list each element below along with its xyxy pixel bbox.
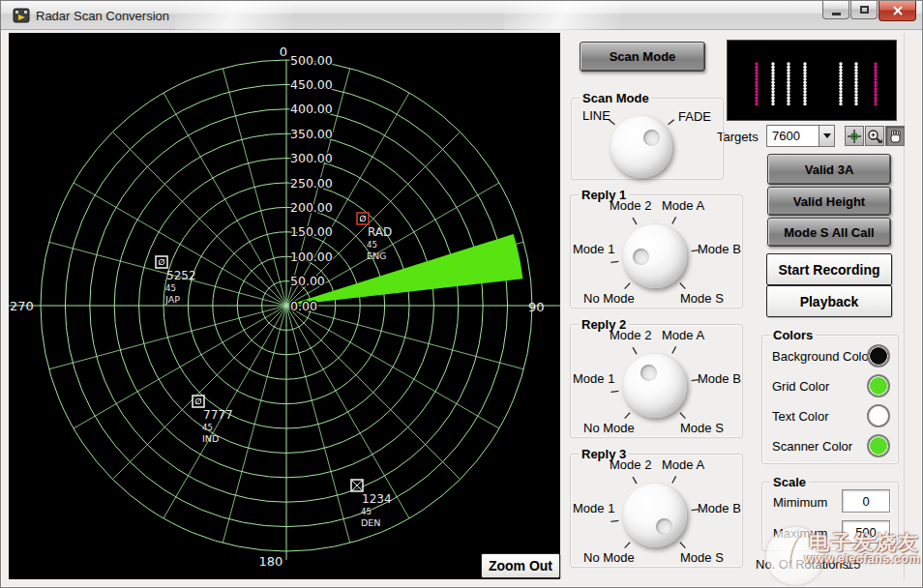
reply2-knob[interactable] <box>623 354 687 418</box>
fade-label: FADE <box>678 109 711 124</box>
modeS-label: Mode S <box>680 421 724 435</box>
zoom-out-button[interactable]: Zoom Out <box>481 553 560 578</box>
watermark-line1: 电子发烧友 <box>787 531 920 553</box>
modeA-label: Mode A <box>662 457 704 472</box>
watermark: 电子发烧友 www.elecfans.com <box>787 531 920 567</box>
app-window: Radar Scan Conversion 0.0050.00100.00150… <box>0 0 923 588</box>
modeB-label: Mode B <box>698 501 741 515</box>
titlebar-gloss <box>504 1 620 30</box>
grid-color-label: Grid Color <box>772 379 829 394</box>
scanner-color-label: Scanner Color <box>772 439 852 454</box>
valid-height-button[interactable]: Valid Height <box>767 187 891 216</box>
grid-color-swatch[interactable] <box>867 374 890 397</box>
svg-text:300.00: 300.00 <box>290 151 333 165</box>
reply3-group: Reply 3 Mode 2 Mode A Mode 1 Mode B No M… <box>570 454 743 568</box>
modeB-label: Mode B <box>698 371 741 386</box>
colors-group-title: Colors <box>770 328 816 342</box>
mode1-label: Mode 1 <box>573 371 614 386</box>
minimize-icon <box>832 13 841 15</box>
colors-group: Colors Background Color Grid Color Text … <box>761 335 899 464</box>
svg-text:400.00: 400.00 <box>290 102 333 116</box>
svg-text:5252: 5252 <box>166 269 196 282</box>
scan-mode-button[interactable]: Scan Mode <box>580 42 705 72</box>
text-color-swatch[interactable] <box>867 404 890 427</box>
svg-text:RAD: RAD <box>368 225 392 239</box>
svg-text:DEN: DEN <box>361 517 380 528</box>
svg-text:45: 45 <box>367 240 377 250</box>
app-icon <box>13 7 30 24</box>
svg-text:100.00: 100.00 <box>290 250 333 264</box>
targets-value: 7600 <box>767 126 819 146</box>
reply3-knob[interactable] <box>623 484 687 547</box>
svg-text:ENG: ENG <box>367 250 386 261</box>
background-color-swatch[interactable] <box>867 344 890 368</box>
close-button[interactable] <box>878 1 916 21</box>
noMode-label: No Mode <box>583 421 635 435</box>
svg-text:0.00: 0.00 <box>290 299 317 313</box>
scan-mode-group: Scan Mode LINE FADE <box>571 98 724 180</box>
noMode-label: No Mode <box>583 291 635 306</box>
svg-text:0: 0 <box>280 44 287 59</box>
mode1-label: Mode 1 <box>573 242 614 256</box>
svg-text:50.00: 50.00 <box>290 274 325 288</box>
modeB-label: Mode B <box>698 242 741 256</box>
knob-indicator <box>640 365 657 381</box>
svg-text:JAP: JAP <box>164 294 180 305</box>
mode2-label: Mode 2 <box>610 328 651 342</box>
radar-plot[interactable]: 0.0050.00100.00150.00200.00250.00300.003… <box>9 33 560 579</box>
start-recording-button[interactable]: Start Recording <box>766 253 892 285</box>
scanner-color-swatch[interactable] <box>867 434 890 457</box>
scan-mode-knob[interactable] <box>610 116 672 178</box>
zoom-tool-button[interactable] <box>865 126 884 146</box>
svg-text:450.00: 450.00 <box>290 77 333 92</box>
svg-text:180: 180 <box>259 554 283 569</box>
maximize-icon <box>860 6 869 14</box>
reply1-group: Reply 1 Mode 2 Mode A Mode 1 Mode B No M… <box>570 194 743 309</box>
scan-mode-group-title: Scan Mode <box>580 91 652 105</box>
svg-text:7777: 7777 <box>203 408 233 422</box>
svg-text:IND: IND <box>202 433 219 444</box>
knob-indicator <box>643 130 660 146</box>
targets-combo[interactable]: 7600 <box>766 125 835 147</box>
svg-text:150.00: 150.00 <box>290 224 333 239</box>
knob-indicator <box>633 249 649 265</box>
mode2-label: Mode 2 <box>610 457 651 472</box>
window-title: Radar Scan Conversion <box>36 9 169 23</box>
maximize-button[interactable] <box>850 1 878 19</box>
valid-3a-button[interactable]: Valid 3A <box>767 154 891 185</box>
panel-separator <box>904 33 905 579</box>
titlebar[interactable]: Radar Scan Conversion <box>1 1 922 30</box>
reply1-knob[interactable] <box>623 224 687 288</box>
chevron-down-icon <box>823 133 831 138</box>
svg-text:45: 45 <box>165 283 176 293</box>
playback-button[interactable]: Playback <box>766 285 892 317</box>
noMode-label: No Mode <box>583 550 635 565</box>
mode-s-all-call-button[interactable]: Mode S All Call <box>767 218 891 247</box>
mode2-label: Mode 2 <box>610 198 651 213</box>
minimize-button[interactable] <box>822 1 849 19</box>
combo-dropdown-button[interactable] <box>819 126 834 146</box>
cursor-tool-button[interactable] <box>845 126 864 146</box>
titlebar-gloss <box>175 1 291 30</box>
target-display[interactable] <box>727 40 897 121</box>
minimum-value-field[interactable]: 0 <box>842 489 890 513</box>
svg-text:270: 270 <box>10 299 34 313</box>
svg-text:200.00: 200.00 <box>290 200 333 215</box>
knob-indicator <box>656 518 672 535</box>
modeA-label: Mode A <box>662 198 704 213</box>
text-color-label: Text Color <box>772 409 829 424</box>
svg-text:250.00: 250.00 <box>290 176 333 191</box>
watermark-line2: www.elecfans.com <box>787 553 920 567</box>
modeS-label: Mode S <box>680 291 724 306</box>
target-display-dots <box>728 41 896 120</box>
pan-hand-icon <box>886 128 904 145</box>
line-label: LINE <box>582 108 610 123</box>
pan-tool-button[interactable] <box>885 126 905 146</box>
background-color-label: Background Color <box>772 349 873 364</box>
modeS-label: Mode S <box>680 550 724 565</box>
svg-text:45: 45 <box>202 423 213 432</box>
modeA-label: Mode A <box>662 328 704 342</box>
mode1-label: Mode 1 <box>573 501 614 515</box>
svg-text:45: 45 <box>361 507 372 516</box>
svg-text:350.00: 350.00 <box>290 127 333 141</box>
